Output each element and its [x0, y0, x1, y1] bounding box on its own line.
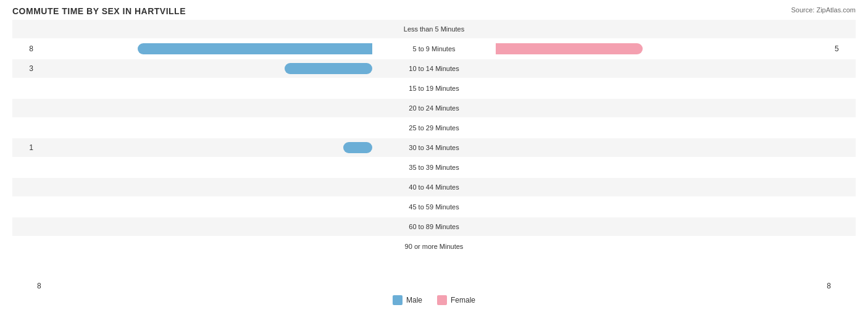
female-bar-container	[496, 103, 831, 114]
chart-row: 60 to 89 Minutes	[12, 217, 856, 236]
male-bar	[138, 43, 372, 54]
bars-wrapper: 10 to 14 Minutes	[37, 63, 831, 74]
footer-row: 8 8	[12, 282, 856, 290]
chart-row: 40 to 44 Minutes	[12, 178, 856, 196]
bars-wrapper: 25 to 29 Minutes	[37, 122, 831, 133]
female-bar	[496, 43, 643, 54]
bar-section: 5 to 9 Minutes	[37, 43, 831, 54]
footer-right: 8	[827, 282, 831, 290]
female-label: Female	[451, 296, 475, 304]
bar-section: 10 to 14 Minutes	[37, 63, 831, 74]
row-label: 35 to 39 Minutes	[372, 164, 496, 171]
male-value: 1	[12, 143, 37, 152]
bars-wrapper: 15 to 19 Minutes	[37, 83, 831, 94]
bar-section: 20 to 24 Minutes	[37, 103, 831, 114]
female-bar-container	[496, 43, 831, 54]
chart-row: 1 30 to 34 Minutes	[12, 138, 856, 157]
row-label: 30 to 34 Minutes	[372, 144, 496, 151]
bars-wrapper: Less than 5 Minutes	[37, 23, 831, 35]
male-bar	[285, 63, 373, 74]
chart-row: 20 to 24 Minutes	[12, 99, 856, 117]
row-label: 40 to 44 Minutes	[372, 183, 496, 191]
male-bar-container	[37, 83, 372, 94]
male-bar-container	[37, 221, 372, 232]
bar-section: 90 or more Minutes	[37, 241, 831, 252]
chart-area: Less than 5 Minutes 8 5 to 9 Minutes	[12, 20, 856, 279]
bar-section: 25 to 29 Minutes	[37, 122, 831, 133]
male-bar-container	[37, 43, 372, 54]
female-bar-container	[496, 122, 831, 133]
female-bar-container	[496, 201, 831, 212]
female-bar-container	[496, 63, 831, 74]
bar-section: 30 to 34 Minutes	[37, 142, 831, 153]
chart-title: COMMUTE TIME BY SEX IN HARTVILLE	[12, 6, 856, 16]
row-label: 15 to 19 Minutes	[372, 85, 496, 92]
chart-row: 25 to 29 Minutes	[12, 119, 856, 137]
female-bar-container	[496, 182, 831, 193]
male-bar-container	[37, 63, 372, 74]
row-label: 10 to 14 Minutes	[372, 65, 496, 72]
bars-wrapper: 90 or more Minutes	[37, 241, 831, 252]
footer-left: 8	[37, 282, 41, 290]
legend-female: Female	[437, 295, 475, 305]
row-label: 45 to 59 Minutes	[372, 203, 496, 211]
female-bar-container	[496, 83, 831, 94]
row-label: 60 to 89 Minutes	[372, 223, 496, 230]
male-bar	[343, 142, 373, 153]
row-label: Less than 5 Minutes	[372, 25, 496, 33]
bar-section: 40 to 44 Minutes	[37, 182, 831, 193]
chart-container: COMMUTE TIME BY SEX IN HARTVILLE Source:…	[0, 0, 868, 323]
legend-male: Male	[393, 295, 422, 305]
row-label: 25 to 29 Minutes	[372, 124, 496, 132]
legend: Male Female	[12, 295, 856, 305]
male-bar-container	[37, 182, 372, 193]
male-bar-container	[37, 23, 372, 35]
row-label: 5 to 9 Minutes	[372, 45, 496, 52]
female-value: 5	[831, 44, 856, 53]
female-bar-container	[496, 241, 831, 252]
male-bar-container	[37, 103, 372, 114]
chart-row: 35 to 39 Minutes	[12, 158, 856, 177]
bars-wrapper: 5 to 9 Minutes	[37, 43, 831, 54]
female-bar-container	[496, 23, 831, 35]
bars-wrapper: 40 to 44 Minutes	[37, 182, 831, 193]
female-bar-container	[496, 162, 831, 173]
female-color-box	[437, 295, 447, 305]
bar-section: Less than 5 Minutes	[37, 23, 831, 35]
male-bar-container	[37, 162, 372, 173]
male-bar-container	[37, 142, 372, 153]
female-bar-container	[496, 142, 831, 153]
male-bar-container	[37, 241, 372, 252]
male-value: 8	[12, 44, 37, 53]
female-bar-container	[496, 221, 831, 232]
bar-section: 15 to 19 Minutes	[37, 83, 831, 94]
chart-row: 45 to 59 Minutes	[12, 198, 856, 216]
source-label: Source: ZipAtlas.com	[791, 6, 856, 14]
chart-row: 15 to 19 Minutes	[12, 79, 856, 98]
bars-wrapper: 30 to 34 Minutes	[37, 142, 831, 153]
male-label: Male	[406, 296, 422, 304]
row-label: 20 to 24 Minutes	[372, 104, 496, 112]
chart-row: 3 10 to 14 Minutes	[12, 59, 856, 78]
chart-row: 90 or more Minutes	[12, 237, 856, 256]
male-value: 3	[12, 64, 37, 73]
bar-section: 60 to 89 Minutes	[37, 221, 831, 232]
chart-row: 8 5 to 9 Minutes 5	[12, 40, 856, 58]
row-label: 90 or more Minutes	[372, 243, 496, 250]
bar-section: 45 to 59 Minutes	[37, 201, 831, 212]
bars-wrapper: 45 to 59 Minutes	[37, 201, 831, 212]
chart-row: Less than 5 Minutes	[12, 20, 856, 38]
bars-wrapper: 60 to 89 Minutes	[37, 221, 831, 232]
male-bar-container	[37, 201, 372, 212]
bar-section: 35 to 39 Minutes	[37, 162, 831, 173]
male-color-box	[393, 295, 403, 305]
male-bar-container	[37, 122, 372, 133]
bars-wrapper: 20 to 24 Minutes	[37, 103, 831, 114]
bars-wrapper: 35 to 39 Minutes	[37, 162, 831, 173]
